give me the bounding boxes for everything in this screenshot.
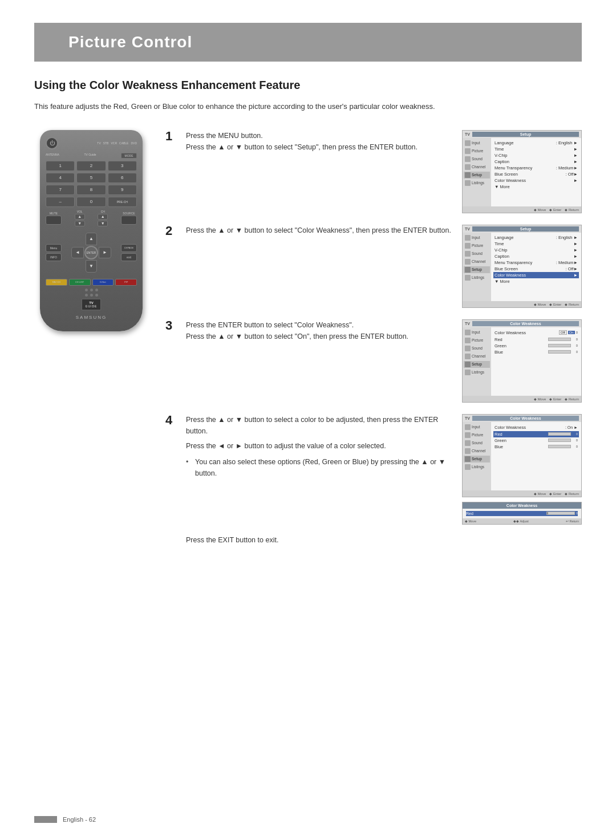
sidebar-setup-1: Setup: [464, 172, 490, 178]
intro-text: This feature adjusts the Red, Green or B…: [34, 101, 582, 113]
off-btn-3: Off: [559, 330, 567, 335]
tv-guide-logo: TV GUIDE: [46, 299, 137, 310]
menu-button[interactable]: Menu: [46, 244, 62, 252]
tv-main-1: Language: English ► Time► V-Chip► Captio…: [491, 138, 581, 206]
dpad-left[interactable]: ◄: [71, 247, 84, 258]
info-button[interactable]: INFO: [46, 253, 62, 261]
mode-button[interactable]: MODE: [121, 153, 137, 159]
sidebar-picture-3: Picture: [464, 337, 490, 344]
step-4-number: 4: [165, 414, 177, 427]
red-label: Red: [466, 512, 473, 516]
step-1-screen: TV Setup Input Picture: [462, 130, 582, 213]
tv-main-3: Color Weakness Off On 0 Red0 Green0 B: [491, 327, 581, 396]
dpad: ▲ ◄ ENTER ► ▼: [71, 233, 111, 273]
tv-footer-3: MoveEnterReturn: [463, 396, 581, 402]
mute-button[interactable]: [46, 216, 62, 225]
num-3[interactable]: 3: [108, 161, 137, 171]
sidebar-sound-1: Sound: [464, 156, 490, 163]
sidebar-channel-4: Channel: [464, 448, 490, 455]
step-3-text: Press the ENTER button to select "Color …: [186, 319, 453, 342]
small-cw-header: Color Weakness: [463, 502, 581, 509]
sidebar-sound-2: Sound: [464, 250, 490, 257]
step-2-screen: TV Setup Input Picture Sound Channel Set…: [462, 225, 582, 308]
footer-return: ↩ Return: [566, 520, 579, 523]
step-4-text2: Press the ◄ or ► button to adjust the va…: [186, 440, 453, 452]
tv-main-4: Color Weakness : On ► Red0 Green0 Blue0: [491, 422, 581, 490]
sidebar-input-3: Input: [464, 329, 490, 336]
chpage-button[interactable]: CHPAGE: [121, 244, 137, 252]
step-3: 3 Press the ENTER button to select "Colo…: [165, 319, 582, 403]
step-4-bullet-text: You can also select these options (Red, …: [195, 456, 453, 479]
cw-on-val-4: : On ►: [565, 425, 578, 429]
power-button[interactable]: ⏻: [46, 137, 58, 149]
ch-down[interactable]: ▼: [98, 221, 108, 226]
step-4-text: Press the ▲ or ▼ button to select a colo…: [186, 414, 453, 437]
sidebar-sound-4: Sound: [464, 440, 490, 447]
num-9[interactable]: 9: [108, 185, 137, 195]
fav-row: FAV CH CH LIST D-Net PIP: [46, 279, 137, 286]
sidebar-setup-2: Setup: [464, 266, 490, 273]
vol-label: VOL: [77, 210, 83, 213]
num-4[interactable]: 4: [46, 173, 75, 183]
sidebar-setup-3: Setup: [464, 361, 490, 368]
pip-button[interactable]: PIP: [115, 279, 137, 286]
num-6[interactable]: 6: [108, 173, 137, 183]
fav-ch-button[interactable]: FAV CH: [46, 279, 67, 286]
tv-screen-1: TV Setup Input Picture: [462, 130, 582, 213]
red-adjust-row: Red 0: [466, 511, 578, 516]
num-7[interactable]: 7: [46, 185, 75, 195]
dots-row: [46, 289, 137, 291]
step-1-number: 1: [165, 130, 177, 143]
step-2-number: 2: [165, 225, 177, 237]
sidebar-picture-4: Picture: [464, 432, 490, 439]
ch-up[interactable]: ▲: [98, 214, 108, 220]
sidebar-listings-3: Listings: [464, 369, 490, 376]
step-3-number: 3: [165, 319, 177, 332]
num-dash[interactable]: –: [46, 197, 75, 207]
num-prech[interactable]: PRE-CH: [108, 197, 137, 207]
small-cw-screen: Color Weakness Red 0: [462, 502, 582, 525]
d-net-button[interactable]: D-Net: [92, 279, 114, 286]
sidebar-input: Input: [464, 140, 490, 147]
footer-bar: [34, 816, 57, 823]
step-1-line1: Press the MENU button.: [186, 132, 263, 140]
step-1-text: Press the MENU button. Press the ▲ or ▼ …: [186, 130, 453, 153]
num-0[interactable]: 0: [76, 197, 106, 207]
source-labels: TVSTBVCRCABLEDVD: [97, 141, 137, 145]
cw-label-4: Color Weakness: [495, 425, 526, 430]
tvguide-label: TV Guide: [84, 153, 96, 159]
sidebar-sound-3: Sound: [464, 345, 490, 352]
step-3-line2: Press the ▲ or ▼ button to select "On", …: [186, 332, 408, 340]
footer-adjust: ◆◆ Adjust: [513, 520, 529, 523]
antenna-label: ANTENNA: [46, 153, 59, 159]
sidebar-listings-2: Listings: [464, 274, 490, 281]
sidebar-picture: Picture: [464, 148, 490, 155]
step-4-screen: TV Color Weakness Input Picture Sound Ch…: [462, 414, 582, 525]
step-3-line1: Press the ENTER button to select "Color …: [186, 321, 354, 329]
enter-button[interactable]: ENTER: [84, 246, 98, 259]
sidebar-listings-4: Listings: [464, 464, 490, 470]
tv-sidebar-4: Input Picture Sound Channel Setup Listin…: [463, 422, 491, 490]
exit-text: Press the EXIT button to exit.: [186, 536, 582, 544]
ch-list-button[interactable]: CH LIST: [69, 279, 91, 286]
dpad-down[interactable]: ▼: [86, 260, 97, 273]
tv-footer-4: MoveEnterReturn: [463, 490, 581, 497]
dpad-right[interactable]: ►: [99, 247, 111, 258]
source-button[interactable]: [121, 216, 137, 225]
num-2[interactable]: 2: [76, 161, 106, 171]
vol-up[interactable]: ▲: [75, 214, 85, 220]
exit-button[interactable]: exit: [121, 253, 137, 261]
step-2-text: Press the ▲ or ▼ button to select "Color…: [186, 225, 453, 236]
samsung-label: SAMSUNG: [46, 315, 137, 320]
numpad: 1 2 3 4 5 6 7 8 9 – 0 PRE-CH: [46, 161, 137, 207]
source-label-btn: SOURCE: [123, 212, 135, 215]
num-1[interactable]: 1: [46, 161, 75, 171]
vol-down[interactable]: ▼: [75, 221, 85, 226]
dpad-up[interactable]: ▲: [86, 233, 97, 245]
num-8[interactable]: 8: [76, 185, 106, 195]
page-title: Picture Control: [68, 33, 548, 51]
num-5[interactable]: 5: [76, 173, 106, 183]
mute-label: MUTE: [50, 212, 58, 215]
tv-footer-1: MoveEnterReturn: [463, 206, 581, 213]
step-3-screen: TV Color Weakness Input Picture Sound Ch…: [462, 319, 582, 403]
